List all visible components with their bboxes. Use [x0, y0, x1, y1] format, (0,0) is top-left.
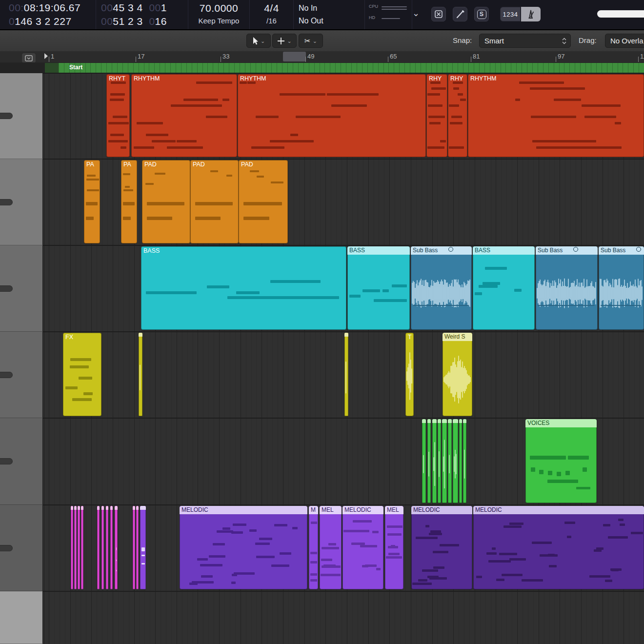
track-header-1[interactable] — [0, 73, 43, 159]
global-tracks-button[interactable] — [21, 53, 36, 63]
track-header-3[interactable] — [0, 245, 43, 332]
region-clip[interactable] — [438, 419, 441, 503]
region-clip[interactable] — [140, 506, 146, 589]
region-cap — [422, 419, 426, 423]
track-mute-pill[interactable] — [0, 113, 13, 119]
lcd-time-display[interactable]: 00:08:19:06.67 0146 3 2 227 — [0, 0, 96, 29]
region-sub-bass[interactable]: Sub Bass — [599, 246, 644, 330]
tuner-button[interactable] — [453, 7, 467, 21]
region-sub-bass[interactable]: Sub Bass — [411, 246, 472, 330]
region-mel[interactable]: MEL — [385, 506, 403, 589]
region-rhythm[interactable]: RHYTHM — [238, 74, 426, 157]
performance-meters[interactable]: CPU HD — [365, 0, 412, 29]
region-clip[interactable] — [432, 419, 437, 503]
region-clip[interactable] — [136, 506, 139, 589]
region-mel[interactable]: MEL — [320, 506, 342, 589]
region-melodic[interactable]: MELODIC — [411, 506, 472, 589]
region-weird-s[interactable]: Weird S — [443, 333, 472, 416]
region-bass[interactable]: BASS — [473, 246, 535, 330]
region-fx[interactable]: FX — [63, 333, 101, 416]
track-mute-pill[interactable] — [0, 372, 13, 378]
region-bass[interactable]: BASS — [347, 246, 410, 330]
lcd-locator-display[interactable]: 0045 3 4 001 0051 2 3 016 — [96, 0, 188, 29]
snap-dropdown[interactable]: Smart — [479, 34, 571, 48]
metronome-button[interactable] — [521, 7, 541, 21]
region-cap — [81, 506, 83, 510]
region-rhythm[interactable]: RHYTHM — [468, 74, 644, 157]
region-melodic[interactable]: MELODIC — [180, 506, 307, 589]
region-clip[interactable] — [115, 506, 118, 589]
track-header-5[interactable] — [0, 418, 43, 505]
region-clip[interactable] — [344, 333, 348, 416]
region-clip[interactable] — [422, 419, 426, 503]
region-clip[interactable] — [463, 419, 466, 503]
region-notes — [449, 423, 451, 502]
region-clip[interactable] — [101, 506, 104, 589]
region-clip[interactable] — [459, 419, 462, 503]
track-header-2[interactable] — [0, 159, 43, 245]
region-pa[interactable]: PA — [84, 160, 100, 243]
region-clip[interactable] — [74, 506, 77, 589]
region-clip[interactable] — [442, 419, 447, 503]
no-input-button[interactable] — [431, 7, 446, 21]
region-pad[interactable]: PAD — [142, 160, 190, 243]
region-rhyt[interactable]: RHYT — [106, 74, 130, 157]
ruler-selection[interactable] — [283, 52, 306, 61]
midi-note — [392, 284, 407, 287]
region-rhy[interactable]: RHY — [448, 74, 467, 157]
midi-note — [388, 553, 400, 555]
region-pad[interactable]: PAD — [239, 160, 288, 243]
region-clip[interactable] — [78, 506, 80, 589]
lcd-signature-display[interactable]: 4/4 /16 — [250, 0, 294, 29]
secondary-tool-button[interactable]: ⌄ — [272, 34, 297, 48]
region-t[interactable]: T — [405, 333, 414, 416]
locator-left: 0045 3 4 001 — [101, 1, 188, 15]
track-header-4[interactable] — [0, 332, 43, 418]
playhead-marker[interactable] — [44, 53, 48, 59]
region-melodic[interactable]: MELODIC — [342, 506, 383, 589]
region-clip[interactable] — [71, 506, 73, 589]
region-clip[interactable] — [453, 419, 458, 503]
region-rhy[interactable]: RHY — [426, 74, 447, 157]
region-clip[interactable] — [448, 419, 452, 503]
lcd-tempo-display[interactable]: 70.0000 Keep Tempo — [188, 0, 250, 29]
track-mute-pill[interactable] — [0, 285, 13, 292]
region-rhythm[interactable]: RHYTHM — [131, 74, 237, 157]
midi-note — [427, 146, 439, 149]
track-header-6[interactable] — [0, 505, 43, 591]
region-name: Sub Bass — [599, 246, 644, 255]
solo-button[interactable]: S — [474, 7, 489, 21]
region-clip[interactable] — [106, 506, 108, 589]
region-clip[interactable] — [133, 506, 135, 589]
smpte-time: 00:08:19:06.67 — [9, 1, 96, 15]
bar-ruler[interactable]: 117334965819711 — [0, 51, 644, 62]
region-clip[interactable] — [427, 419, 431, 503]
region-clip[interactable] — [81, 506, 83, 589]
region-clip[interactable] — [110, 506, 113, 589]
region-m[interactable]: M — [309, 506, 318, 589]
region-melodic[interactable]: MELODIC — [473, 506, 644, 589]
chevron-down-icon[interactable]: ⌄ — [412, 8, 424, 19]
region-cap — [453, 419, 458, 423]
start-marker[interactable]: Start — [59, 63, 644, 73]
midi-note — [605, 580, 612, 582]
midi-note — [615, 122, 621, 124]
region-voices[interactable]: VOICES — [525, 419, 597, 503]
region-sub-bass[interactable]: Sub Bass — [536, 246, 598, 330]
region-clip[interactable] — [97, 506, 100, 589]
scissors-tool-button[interactable]: ✂ ⌄ — [299, 34, 323, 48]
count-in-button[interactable]: 1234 — [500, 7, 521, 21]
region-clip[interactable] — [139, 333, 142, 416]
pointer-tool-button[interactable]: ⌄ — [246, 34, 271, 48]
region-notes — [428, 423, 430, 502]
track-mute-pill[interactable] — [0, 199, 13, 205]
drag-dropdown[interactable]: No Overla — [605, 34, 644, 48]
track-mute-pill[interactable] — [0, 545, 13, 551]
midi-note — [499, 553, 517, 555]
midi-note — [99, 564, 99, 566]
track-mute-pill[interactable] — [0, 458, 13, 464]
lcd-midi-display[interactable]: No In No Out — [294, 0, 365, 29]
region-pad[interactable]: PAD — [190, 160, 239, 243]
region-pa[interactable]: PA — [121, 160, 137, 243]
region-bass[interactable]: BASS — [141, 246, 346, 330]
